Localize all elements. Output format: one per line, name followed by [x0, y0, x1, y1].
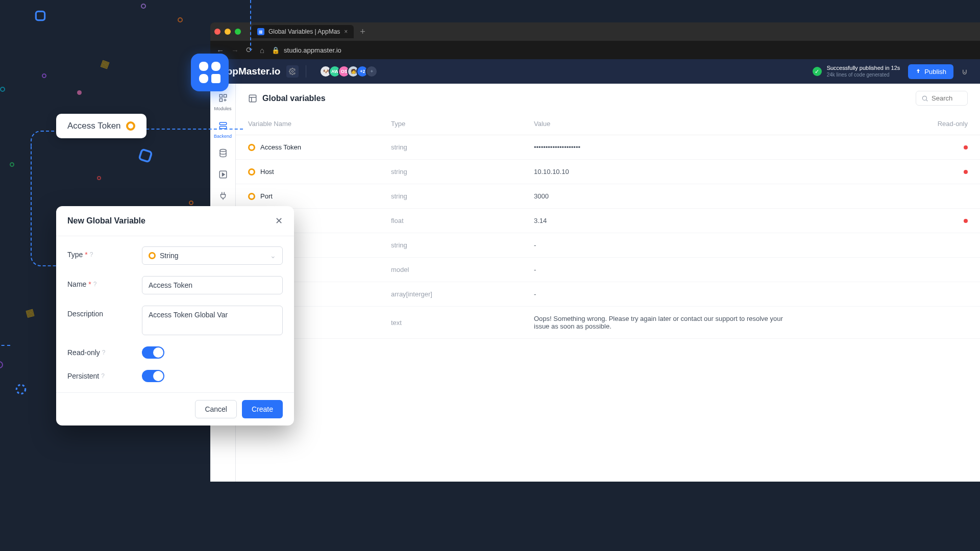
- col-header-value: Value: [534, 120, 927, 128]
- deco-shape-icon: [34, 9, 47, 22]
- status-line1: Successfully published in 12s: [827, 65, 900, 71]
- window-close-icon[interactable]: [214, 29, 220, 35]
- divider: [306, 65, 306, 78]
- page-title: Global variables: [262, 94, 326, 103]
- svg-rect-0: [36, 11, 44, 20]
- col-header-type: Type: [391, 120, 534, 128]
- cell-type: string: [391, 168, 534, 176]
- sidebar-item-modules[interactable]: Modules: [213, 88, 233, 114]
- table-row[interactable]: model -: [236, 258, 980, 282]
- publish-button[interactable]: Publish: [908, 64, 953, 79]
- sidebar-item-label: Modules: [214, 106, 231, 111]
- deco-dot-icon: [189, 201, 193, 205]
- deco-grid-icon: ▦: [24, 306, 35, 319]
- table-row[interactable]: Host string 10.10.10.10: [236, 160, 980, 184]
- readonly-indicator-icon: [964, 170, 968, 174]
- name-input[interactable]: Access Token: [142, 276, 283, 294]
- callout-chip: Access Token: [56, 114, 146, 138]
- cell-readonly: [927, 168, 968, 176]
- sidebar-item-database[interactable]: [213, 143, 233, 163]
- new-tab-button[interactable]: +: [360, 27, 365, 37]
- deco-dot-icon: [77, 90, 82, 95]
- header-extra-icon[interactable]: ⊍: [959, 67, 971, 77]
- cell-type: array[interger]: [391, 290, 534, 298]
- tab-favicon-icon: ▦: [257, 28, 264, 35]
- field-label-name: Name*?: [67, 276, 142, 288]
- description-textarea[interactable]: Access Token Global Var: [142, 306, 283, 335]
- help-icon[interactable]: ?: [90, 251, 93, 258]
- database-icon: [216, 146, 230, 160]
- chevron-down-icon: ⌄: [270, 252, 276, 260]
- publish-status: ✓ Successfully published in 12s 24k line…: [813, 65, 900, 78]
- table-row[interactable]: text Oops! Something wrong. Please try a…: [236, 307, 980, 339]
- readonly-toggle[interactable]: [142, 346, 164, 359]
- cell-value: ••••••••••••••••••••: [534, 143, 927, 151]
- persistent-toggle[interactable]: [142, 370, 164, 382]
- deco-dot-icon: [97, 176, 101, 180]
- readonly-indicator-icon: [964, 219, 968, 223]
- svg-rect-6: [219, 94, 222, 97]
- table-row[interactable]: PI float 3.14: [236, 209, 980, 233]
- collaborator-avatars: 🐶 AW OS 🧑 +2 +: [323, 65, 378, 78]
- play-icon: [216, 167, 230, 182]
- page-header: Global variables: [236, 84, 980, 113]
- field-label-description: Description: [67, 306, 142, 318]
- field-label-type: Type*?: [67, 246, 142, 259]
- nav-reload-icon[interactable]: ⟳: [246, 45, 253, 55]
- help-icon[interactable]: ?: [101, 372, 105, 380]
- browser-tab-strip: ▦ Global Variables | AppMas × +: [210, 22, 980, 41]
- cell-name: Access Token: [248, 143, 391, 151]
- search-field[interactable]: [932, 94, 962, 102]
- gear-icon: [289, 68, 296, 75]
- browser-tab[interactable]: ▦ Global Variables | AppMas ×: [251, 25, 354, 38]
- search-input[interactable]: [916, 91, 968, 106]
- help-icon[interactable]: ?: [102, 349, 106, 356]
- nav-forward-icon[interactable]: →: [231, 46, 239, 55]
- table-row[interactable]: Access Token string ••••••••••••••••••••: [236, 135, 980, 160]
- create-button[interactable]: Create: [242, 400, 283, 418]
- cell-value: -: [534, 266, 927, 273]
- type-select[interactable]: String ⌄: [142, 246, 283, 265]
- cell-value: 10.10.10.10: [534, 168, 927, 176]
- modal-footer: Cancel Create: [56, 392, 294, 425]
- col-header-name: Variable Name: [248, 120, 391, 128]
- connector-line: [250, 0, 251, 51]
- add-collaborator-button[interactable]: +: [365, 65, 378, 78]
- string-type-icon: [126, 121, 135, 131]
- modal-header: New Global Variable ✕: [56, 206, 294, 236]
- cell-type: model: [391, 266, 534, 273]
- svg-rect-9: [219, 122, 227, 125]
- url-bar[interactable]: 🔒 studio.appmaster.io: [272, 46, 974, 54]
- app-logo: [191, 54, 229, 91]
- settings-button[interactable]: [286, 65, 299, 78]
- window-minimize-icon[interactable]: [225, 29, 231, 35]
- tab-close-icon[interactable]: ×: [344, 28, 348, 35]
- field-label-readonly: Read-only?: [67, 348, 142, 357]
- table-row[interactable]: array[interger] -: [236, 282, 980, 307]
- type-dot-icon: [248, 168, 255, 176]
- modules-icon: [216, 91, 230, 105]
- deco-shape-icon: [14, 383, 28, 396]
- svg-rect-7: [224, 94, 226, 97]
- lock-icon: 🔒: [272, 46, 280, 54]
- cell-readonly: [927, 143, 968, 151]
- modal-close-button[interactable]: ✕: [275, 215, 283, 227]
- sidebar-item-plug[interactable]: [213, 186, 233, 206]
- window-maximize-icon[interactable]: [235, 29, 241, 35]
- table-row[interactable]: string -: [236, 233, 980, 258]
- sidebar-item-play[interactable]: [213, 164, 233, 185]
- cell-type: string: [391, 143, 534, 151]
- cancel-button[interactable]: Cancel: [195, 400, 237, 418]
- nav-back-icon[interactable]: ←: [216, 46, 224, 55]
- cell-readonly: [927, 217, 968, 224]
- variables-table: Variable Name Type Value Read-only Acces…: [236, 113, 980, 339]
- cell-type: string: [391, 241, 534, 249]
- new-variable-modal: New Global Variable ✕ Type*? String ⌄ Na…: [56, 206, 294, 425]
- table-row[interactable]: Port string 3000: [236, 184, 980, 209]
- nav-home-icon[interactable]: ⌂: [260, 46, 264, 55]
- deco-grid-icon: ▦: [100, 57, 111, 70]
- status-line2: 24k lines of code generated: [827, 72, 900, 78]
- help-icon[interactable]: ?: [93, 281, 97, 288]
- address-bar: ← → ⟳ ⌂ 🔒 studio.appmaster.io: [210, 41, 980, 59]
- cell-value: -: [534, 290, 927, 298]
